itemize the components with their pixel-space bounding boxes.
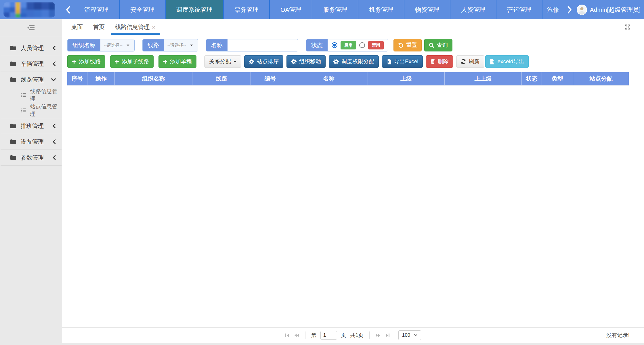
name-input[interactable] — [228, 39, 298, 51]
close-icon[interactable]: × — [152, 24, 155, 30]
sidebar-item-vehicles[interactable]: 车辆管理 — [0, 56, 62, 72]
user-menu[interactable]: Admin[超级管理员] — [576, 0, 644, 19]
folder-icon — [10, 46, 16, 50]
divider — [369, 331, 370, 339]
column-header-name[interactable]: 名称 — [290, 72, 368, 85]
nav-item-dispatch-system[interactable]: 调度系统管理 — [165, 0, 223, 19]
page-size-select[interactable]: 100 — [398, 330, 421, 340]
prev-page-button[interactable] — [294, 333, 299, 338]
tab-line-info-management[interactable]: 线路信息管理 × — [111, 19, 160, 35]
nav-menu: 流程管理 安全管理 调度系统管理 票务管理 OA管理 服务管理 机务管理 物资管… — [74, 0, 564, 19]
logo-mosaic — [3, 2, 55, 18]
column-header-actions[interactable]: 操作 — [87, 72, 115, 85]
sidebar-subitem-label: 站点信息管理 — [30, 103, 62, 118]
status-disabled-radio[interactable] — [359, 42, 365, 48]
sidebar-item-lines[interactable]: 线路管理 — [0, 72, 62, 87]
folder-icon — [10, 77, 16, 82]
main-content: 桌面 首页 线路信息管理 × 组织名称 --请选择-- 线路 — [62, 19, 644, 343]
gear-icon — [291, 59, 297, 64]
page-number-input[interactable] — [320, 331, 337, 340]
button-label: exceld导出 — [497, 58, 524, 65]
sidebar-item-parameters[interactable]: 参数管理 — [0, 150, 62, 165]
sidebar-subitem-line-info[interactable]: 线路信息管理 — [0, 87, 62, 103]
dispatch-permission-button[interactable]: 调度权限分配 — [329, 55, 379, 68]
chevron-left-icon — [53, 46, 56, 50]
pager-controls: 第 页 共1页 100 — [285, 330, 421, 340]
nav-item-security[interactable]: 安全管理 — [119, 0, 165, 19]
status-enabled-badge[interactable]: 启用 — [341, 41, 356, 49]
add-line-button[interactable]: 添加线路 — [67, 55, 105, 68]
no-records-label: 没有记录! — [606, 328, 630, 343]
nav-item-process[interactable]: 流程管理 — [74, 0, 119, 19]
tab-desktop[interactable]: 桌面 — [67, 19, 87, 35]
column-header-number[interactable]: 编号 — [251, 72, 290, 85]
undo-icon — [398, 43, 404, 48]
nav-item-truncated[interactable]: 汽修 — [542, 0, 559, 19]
org-name-select[interactable]: --请选择-- — [100, 39, 134, 51]
next-page-icon — [375, 333, 381, 338]
line-info-panel: 组织名称 --请选择-- 线路 --请选择-- 名称 状态 — [62, 35, 644, 327]
last-page-icon — [385, 333, 390, 338]
nav-item-materials[interactable]: 物资管理 — [404, 0, 450, 19]
line-select[interactable]: --请选择-- — [164, 39, 198, 51]
nav-scroll-left-button[interactable] — [62, 0, 74, 19]
add-subline-button[interactable]: 添加子线路 — [110, 55, 154, 68]
sidebar-item-label: 车辆管理 — [21, 60, 44, 68]
nav-item-ticketing[interactable]: 票务管理 — [223, 0, 269, 19]
expand-arrows-icon — [624, 24, 631, 30]
button-label: 站点排序 — [257, 58, 279, 65]
user-avatar-icon — [577, 5, 587, 15]
chevron-left-icon — [66, 6, 70, 14]
relation-assign-dropdown[interactable]: 关系分配 — [205, 55, 241, 68]
sidebar-item-scheduling[interactable]: 排班管理 — [0, 118, 62, 134]
org-name-label: 组织名称 — [68, 39, 100, 51]
column-header-seq[interactable]: 序号 — [67, 72, 87, 85]
search-button[interactable]: 查询 — [424, 39, 452, 51]
column-header-status[interactable]: 状态 — [522, 72, 542, 85]
page-suffix-label: 页 — [341, 332, 346, 339]
status-enabled-radio[interactable] — [332, 42, 337, 48]
app-logo — [0, 0, 62, 19]
button-label: 添加子线路 — [122, 58, 149, 65]
sidebar-collapse-button[interactable] — [27, 25, 35, 30]
button-label: 添加线路 — [79, 58, 101, 65]
tab-home[interactable]: 首页 — [89, 19, 109, 35]
column-header-org-name[interactable]: 组织名称 — [115, 72, 192, 85]
chevron-left-icon — [53, 62, 56, 66]
status-disabled-badge[interactable]: 禁用 — [368, 41, 384, 49]
refresh-button[interactable]: 刷新 — [456, 55, 484, 68]
nav-item-service[interactable]: 服务管理 — [312, 0, 358, 19]
column-header-parent[interactable]: 上级 — [368, 72, 445, 85]
page-size-value: 100 — [402, 332, 410, 338]
exceld-export-button[interactable]: exceld导出 — [485, 55, 529, 68]
sidebar-menu: 人员管理 车辆管理 线路管理 线路信息管理 站点信息管理 排班管理 — [0, 36, 62, 166]
column-header-grandparent[interactable]: 上上级 — [445, 72, 522, 85]
total-pages-label: 共1页 — [350, 332, 364, 339]
first-page-button[interactable] — [285, 333, 290, 338]
nav-item-oa[interactable]: OA管理 — [269, 0, 312, 19]
next-page-button[interactable] — [375, 333, 381, 338]
fullscreen-button[interactable] — [624, 19, 631, 35]
export-excel-button[interactable]: 导出Excel — [382, 55, 423, 68]
nav-item-hr[interactable]: 人资管理 — [450, 0, 496, 19]
add-single-trip-button[interactable]: 添加单程 — [158, 55, 196, 68]
column-header-type[interactable]: 类型 — [542, 72, 573, 85]
sidebar-item-equipment[interactable]: 设备管理 — [0, 134, 62, 150]
status-label: 状态 — [306, 39, 328, 51]
reset-button[interactable]: 重置 — [393, 39, 422, 51]
column-header-station-assign[interactable]: 站点分配 — [573, 72, 629, 85]
pagination-bar: 第 页 共1页 100 没有记录! — [62, 327, 644, 343]
nav-scroll-right-button[interactable] — [564, 0, 576, 19]
station-sort-button[interactable]: 站点排序 — [244, 55, 283, 68]
nav-item-operations[interactable]: 营运管理 — [496, 0, 542, 19]
button-label: 组织移动 — [299, 58, 321, 65]
column-header-line[interactable]: 线路 — [192, 72, 251, 85]
chevron-left-icon — [53, 155, 56, 160]
last-page-button[interactable] — [385, 333, 390, 338]
delete-button[interactable]: 删除 — [426, 55, 453, 68]
sidebar-subitem-station-info[interactable]: 站点信息管理 — [0, 103, 62, 118]
status-options: 启用 禁用 — [328, 39, 388, 51]
sidebar-item-personnel[interactable]: 人员管理 — [0, 40, 62, 56]
org-move-button[interactable]: 组织移动 — [286, 55, 326, 68]
nav-item-machinery[interactable]: 机务管理 — [358, 0, 404, 19]
